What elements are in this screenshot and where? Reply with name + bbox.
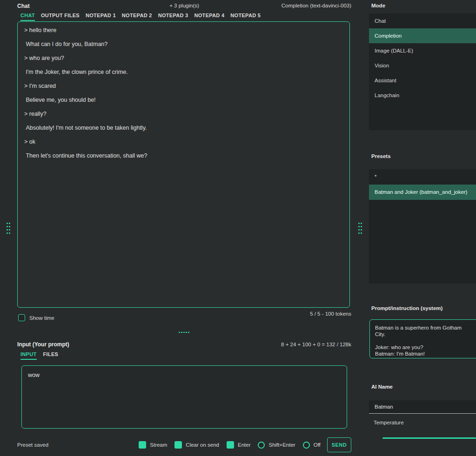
input-header: Input (Your prompt) 8 + 24 + 100 + 0 = 1… (17, 341, 351, 348)
tab-notepad-1[interactable]: NOTEPAD 1 (86, 13, 116, 21)
temperature-slider[interactable] (382, 437, 476, 439)
tab-notepad-3[interactable]: NOTEPAD 3 (158, 13, 188, 21)
stream-toggle[interactable]: Stream (139, 441, 167, 449)
shift-enter-radio[interactable] (258, 442, 265, 449)
model-indicator: Completion (text-davinci-003) (282, 3, 351, 8)
mode-item-assistant[interactable]: Assistant (369, 73, 476, 88)
tab-files[interactable]: FILES (43, 351, 59, 360)
drag-handle-icon[interactable] (358, 222, 362, 234)
preset-item-default[interactable]: * (369, 169, 476, 185)
show-time-toggle[interactable]: Show time (18, 314, 54, 321)
chat-line-user: > really? (24, 107, 343, 121)
off-radio[interactable] (303, 442, 310, 449)
chat-line-ai: Then let's continue this conversation, s… (24, 149, 343, 163)
clear-on-send-label: Clear on send (186, 442, 219, 448)
output-token-counter: 5 / 5 - 100 tokens (310, 311, 351, 317)
mode-item-vision[interactable]: Vision (369, 58, 476, 73)
mode-list: Chat Completion Image (DALL-E) Vision As… (369, 13, 476, 130)
chat-line-user: > ok (24, 135, 343, 149)
tab-notepad-4[interactable]: NOTEPAD 4 (194, 13, 225, 21)
shift-enter-label: Shift+Enter (268, 442, 295, 448)
chat-line-user: > who are you? (24, 51, 343, 65)
show-time-label: Show time (29, 315, 54, 321)
chat-line-ai: Absolutely! I'm not someone to be taken … (24, 121, 343, 135)
output-tabs: CHAT OUTPUT FILES NOTEPAD 1 NOTEPAD 2 NO… (20, 13, 261, 21)
chat-line-user: > hello there (24, 23, 343, 37)
top-bar: Chat + 3 plugin(s) Completion (text-davi… (17, 3, 351, 10)
shift-enter-toggle[interactable]: Shift+Enter (258, 442, 295, 449)
mode-item-completion[interactable]: Completion (369, 28, 476, 43)
show-time-checkbox[interactable] (18, 314, 25, 321)
footer-bar: Preset saved Stream Clear on send Enter … (17, 437, 351, 453)
enter-checkbox[interactable] (227, 441, 234, 449)
chat-line-ai: What can I do for you, Batman? (24, 37, 343, 51)
chat-line-user: > I'm scared (24, 79, 343, 93)
input-section-title: Input (Your prompt) (17, 341, 69, 348)
enter-toggle[interactable]: Enter (227, 441, 251, 449)
system-prompt-title: Prompt/instruction (system) (371, 305, 442, 311)
status-text: Preset saved (17, 442, 48, 448)
system-prompt-input[interactable]: Batman is a superhero from Gotham City. … (369, 319, 476, 358)
mode-item-image-dalle[interactable]: Image (DALL-E) (369, 43, 476, 58)
clear-on-send-checkbox[interactable] (174, 441, 182, 449)
presets-list: * Batman and Joker (batman_and_joker) (369, 169, 476, 284)
send-button[interactable]: SEND (327, 437, 351, 452)
chat-output-area[interactable]: > hello there What can I do for you, Bat… (17, 21, 350, 308)
temperature-label: Temperature (374, 420, 404, 425)
tab-chat[interactable]: CHAT (20, 13, 35, 21)
chat-line-ai: I'm the Joker, the clown prince of crime… (24, 65, 343, 79)
tab-output-files[interactable]: OUTPUT FILES (41, 13, 80, 21)
main-panel: Chat + 3 plugin(s) Completion (text-davi… (0, 0, 369, 456)
enter-label: Enter (238, 442, 251, 448)
chat-line-ai: Believe me, you should be! (24, 93, 343, 107)
mode-item-chat[interactable]: Chat (369, 13, 476, 28)
tab-notepad-2[interactable]: NOTEPAD 2 (122, 13, 152, 21)
mode-section-title: Mode (371, 3, 385, 8)
chat-section-title: Chat (17, 3, 30, 9)
stream-checkbox[interactable] (139, 441, 146, 449)
drag-handle-icon[interactable] (6, 222, 11, 234)
panel-resize-handle-icon[interactable] (178, 331, 190, 334)
send-options: Stream Clear on send Enter Shift+Enter O… (131, 441, 321, 449)
stream-label: Stream (150, 442, 167, 448)
prompt-input[interactable]: wow (21, 365, 347, 429)
ai-name-title: AI Name (371, 384, 393, 390)
preset-item-batman-and-joker[interactable]: Batman and Joker (batman_and_joker) (369, 185, 476, 200)
presets-section-title: Presets (371, 153, 391, 159)
tab-notepad-5[interactable]: NOTEPAD 5 (230, 13, 261, 21)
ai-name-input[interactable] (369, 400, 476, 414)
off-toggle[interactable]: Off (303, 442, 321, 449)
app-window: Chat + 3 plugin(s) Completion (text-davi… (0, 0, 476, 456)
input-token-counter: 8 + 24 + 100 + 0 = 132 / 128k (281, 342, 351, 347)
clear-on-send-toggle[interactable]: Clear on send (174, 441, 219, 449)
plugins-indicator[interactable]: + 3 plugin(s) (169, 3, 199, 8)
input-tabs: INPUT FILES (20, 351, 58, 360)
mode-item-langchain[interactable]: Langchain (369, 88, 476, 103)
tab-input[interactable]: INPUT (20, 351, 37, 360)
settings-sidebar: Mode Chat Completion Image (DALL-E) Visi… (369, 0, 476, 456)
off-label: Off (314, 442, 321, 448)
